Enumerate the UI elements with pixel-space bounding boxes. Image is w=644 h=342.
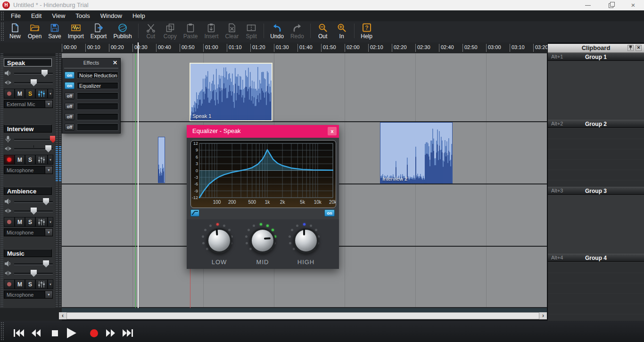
- effects-button-speak[interactable]: [35, 89, 48, 99]
- track-options-arrow-speak[interactable]: ▼: [48, 89, 53, 99]
- dropdown-arrow-icon[interactable]: ▼: [45, 229, 52, 236]
- effect-slot-2[interactable]: Equalizer: [77, 82, 118, 89]
- pan-handle-music[interactable]: [31, 270, 37, 277]
- dropdown-arrow-icon[interactable]: ▼: [45, 100, 52, 108]
- track-name-interview[interactable]: Interview: [4, 125, 52, 133]
- effects-button-interview[interactable]: [35, 155, 48, 165]
- go-to-start-button[interactable]: [13, 327, 25, 339]
- eq-filter-preset-button[interactable]: [190, 209, 199, 217]
- eq-knob-mid[interactable]: MID: [241, 221, 284, 268]
- effects-close-icon[interactable]: ✕: [113, 59, 117, 66]
- pan-handle-speak[interactable]: [31, 79, 37, 86]
- toolbar-new-button[interactable]: New: [6, 22, 25, 40]
- mute-button-speak[interactable]: M: [15, 89, 25, 99]
- effect-toggle-1[interactable]: on: [65, 72, 74, 79]
- menu-view[interactable]: View: [47, 10, 70, 21]
- eq-knob-low[interactable]: LOW: [198, 221, 240, 268]
- dropdown-arrow-icon[interactable]: ▼: [45, 291, 52, 298]
- menu-window[interactable]: Window: [95, 10, 127, 21]
- clipboard-group-1[interactable]: Alt+1Group 1: [548, 53, 644, 61]
- toolbar-import-button[interactable]: Import: [65, 22, 87, 40]
- effect-slot-1[interactable]: Noise Reduction: [77, 72, 118, 79]
- volume-handle-ambience[interactable]: [43, 198, 49, 205]
- toolbar-publish-button[interactable]: Publish: [110, 22, 135, 40]
- close-button[interactable]: ×: [625, 0, 641, 10]
- audio-clip-interview-2[interactable]: Interview 2: [380, 122, 453, 184]
- eq-knob-high[interactable]: HIGH: [285, 221, 327, 268]
- effect-slot-5[interactable]: [77, 113, 118, 120]
- effect-toggle-3[interactable]: off: [65, 92, 74, 100]
- record-arm-button-music[interactable]: [4, 279, 15, 289]
- knob-face[interactable]: [250, 228, 275, 253]
- menu-tools[interactable]: Tools: [70, 10, 95, 21]
- restore-button[interactable]: [603, 0, 619, 10]
- record-arm-button-ambience[interactable]: [4, 217, 15, 227]
- play-button[interactable]: [66, 327, 78, 339]
- stop-button[interactable]: [49, 327, 61, 339]
- fast-forward-button[interactable]: [105, 327, 117, 339]
- toolbar-export-button[interactable]: Export: [87, 22, 110, 40]
- menu-edit[interactable]: Edit: [26, 10, 47, 21]
- toolbar-in-button[interactable]: In: [332, 22, 351, 40]
- mute-button-interview[interactable]: M: [15, 155, 25, 165]
- rewind-button[interactable]: [30, 327, 42, 339]
- record-arm-button-interview[interactable]: [4, 155, 15, 165]
- volume-handle-music[interactable]: [43, 260, 49, 267]
- track-options-arrow-ambience[interactable]: ▼: [48, 217, 53, 227]
- audio-clip-small[interactable]: [158, 137, 165, 183]
- effect-toggle-6[interactable]: off: [65, 124, 74, 131]
- effects-button-ambience[interactable]: [35, 217, 48, 227]
- volume-handle-speak[interactable]: [41, 70, 48, 77]
- track-options-arrow-music[interactable]: ▼: [48, 279, 53, 289]
- solo-button-interview[interactable]: S: [25, 155, 35, 165]
- mute-button-ambience[interactable]: M: [15, 217, 25, 227]
- pan-handle-ambience[interactable]: [31, 208, 37, 215]
- dropdown-arrow-icon[interactable]: ▼: [45, 167, 52, 174]
- volume-slider-interview[interactable]: [14, 139, 53, 141]
- record-arm-button-speak[interactable]: [4, 89, 15, 99]
- clipboard-group-body[interactable]: [548, 128, 644, 187]
- solo-button-ambience[interactable]: S: [25, 217, 35, 227]
- clipboard-close-icon[interactable]: ✕: [636, 45, 642, 51]
- solo-button-music[interactable]: S: [25, 279, 35, 289]
- scroll-left-arrow[interactable]: ‹: [59, 312, 66, 319]
- input-select-music[interactable]: Microphone▼: [4, 291, 53, 299]
- scrollbar-thumb[interactable]: [66, 312, 539, 319]
- track-options-arrow-interview[interactable]: ▼: [48, 155, 53, 165]
- effect-slot-3[interactable]: [77, 92, 118, 100]
- record-button[interactable]: [88, 327, 100, 339]
- pin-icon[interactable]: [627, 45, 634, 51]
- knob-face[interactable]: [206, 228, 232, 253]
- clipboard-group-body[interactable]: [548, 195, 644, 254]
- toolbar-open-button[interactable]: Open: [25, 22, 45, 40]
- eq-curve-graph[interactable]: 129630-3-6-9-121002005001k2k5k10k20k: [190, 140, 336, 208]
- track-name-speak[interactable]: Speak: [4, 58, 52, 67]
- toolbar-help-button[interactable]: ?Help: [357, 22, 376, 40]
- effect-slot-4[interactable]: [77, 103, 118, 110]
- input-select-speak[interactable]: External Mic▼: [4, 100, 53, 108]
- clipboard-group-body[interactable]: [548, 61, 644, 120]
- equalizer-close-button[interactable]: x: [328, 127, 337, 135]
- menu-help[interactable]: Help: [127, 10, 150, 21]
- track-name-music[interactable]: Music: [4, 249, 52, 257]
- pan-handle-interview[interactable]: [45, 145, 51, 152]
- mute-button-music[interactable]: M: [15, 279, 25, 289]
- horizontal-scrollbar[interactable]: ‹ ›: [59, 312, 547, 319]
- playhead[interactable]: [138, 42, 139, 308]
- effect-slot-6[interactable]: [77, 124, 118, 131]
- toolbar-undo-button[interactable]: Undo: [267, 22, 287, 40]
- input-select-interview[interactable]: Microphone▼: [4, 166, 53, 174]
- clipboard-group-3[interactable]: Alt+3Group 3: [548, 187, 644, 195]
- input-select-ambience[interactable]: Microphone▼: [4, 228, 53, 236]
- minimize-button[interactable]: [580, 0, 596, 10]
- effect-toggle-2[interactable]: on: [65, 82, 74, 89]
- audio-clip-speak-1[interactable]: Speak 1: [190, 63, 272, 121]
- toolbar-save-button[interactable]: Save: [45, 22, 64, 40]
- timeline-ruler[interactable]: 00:0000:1000:2000:3000:4000:5001:0001:10…: [0, 42, 547, 54]
- knob-face[interactable]: [293, 228, 319, 253]
- solo-button-speak[interactable]: S: [25, 89, 35, 99]
- scroll-right-arrow[interactable]: ›: [539, 312, 547, 319]
- effect-toggle-4[interactable]: off: [65, 103, 74, 110]
- track-name-ambience[interactable]: Ambience: [4, 187, 52, 195]
- equalizer-dialog-titlebar[interactable]: Equalizer - Speak x: [187, 125, 339, 138]
